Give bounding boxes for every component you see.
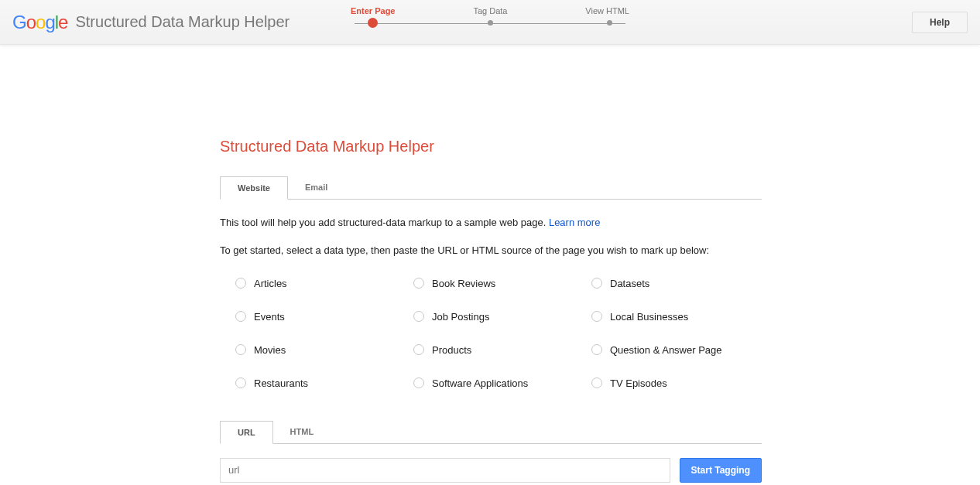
tab-website[interactable]: Website <box>220 176 288 200</box>
stepper-dot-3 <box>607 20 612 26</box>
step-view-html: View HTML <box>585 6 629 15</box>
radio-datasets[interactable]: Datasets <box>591 278 762 289</box>
radio-icon <box>413 377 424 388</box>
page-title: Structured Data Markup Helper <box>220 138 762 155</box>
radio-products[interactable]: Products <box>413 344 584 356</box>
radio-local-businesses[interactable]: Local Businesses <box>591 311 762 323</box>
radio-label: TV Episodes <box>610 377 667 389</box>
tab-html[interactable]: HTML <box>273 421 331 444</box>
radio-movies[interactable]: Movies <box>235 344 406 356</box>
google-logo: Google <box>12 12 67 33</box>
radio-icon <box>235 377 246 388</box>
radio-icon <box>235 344 246 355</box>
app-header: Google Structured Data Markup Helper Ent… <box>0 0 980 45</box>
radio-icon <box>591 311 602 322</box>
app-title: Structured Data Markup Helper <box>75 13 290 31</box>
step-enter-page: Enter Page <box>351 6 395 15</box>
radio-label: Job Postings <box>432 311 489 323</box>
instruction-text: To get started, select a data type, then… <box>220 244 762 256</box>
radio-job-postings[interactable]: Job Postings <box>413 311 584 323</box>
progress-stepper: Enter Page Tag Data View HTML <box>351 6 629 28</box>
radio-label: Articles <box>254 278 287 289</box>
radio-label: Datasets <box>610 278 649 289</box>
radio-icon <box>413 278 424 289</box>
radio-icon <box>591 344 602 355</box>
radio-qa-page[interactable]: Question & Answer Page <box>591 344 762 356</box>
radio-book-reviews[interactable]: Book Reviews <box>413 278 584 289</box>
radio-icon <box>413 311 424 322</box>
radio-tv-episodes[interactable]: TV Episodes <box>591 377 762 389</box>
radio-label: Software Applications <box>432 377 528 389</box>
radio-label: Movies <box>254 344 286 356</box>
radio-restaurants[interactable]: Restaurants <box>235 377 406 389</box>
radio-icon <box>591 377 602 388</box>
radio-software-applications[interactable]: Software Applications <box>413 377 584 389</box>
radio-icon <box>235 311 246 322</box>
source-tabs: Website Email <box>220 176 762 200</box>
tab-url[interactable]: URL <box>220 421 273 444</box>
radio-icon <box>591 278 602 289</box>
radio-label: Events <box>254 311 285 323</box>
radio-label: Book Reviews <box>432 278 495 289</box>
help-button[interactable]: Help <box>912 12 968 33</box>
description-span: This tool will help you add structured-d… <box>220 217 549 228</box>
radio-events[interactable]: Events <box>235 311 406 323</box>
stepper-dot-1 <box>368 18 378 28</box>
radio-icon <box>413 344 424 355</box>
data-types-grid: Articles Book Reviews Datasets Events Jo… <box>220 278 762 389</box>
url-input[interactable] <box>220 458 670 483</box>
input-tabs: URL HTML <box>220 420 762 444</box>
radio-label: Products <box>432 344 471 356</box>
stepper-dot-2 <box>488 20 493 26</box>
description-text: This tool will help you add structured-d… <box>220 215 762 231</box>
radio-label: Local Businesses <box>610 311 688 323</box>
input-row: Start Tagging <box>220 458 762 483</box>
step-tag-data: Tag Data <box>473 6 507 15</box>
tab-email[interactable]: Email <box>288 176 344 200</box>
radio-label: Question & Answer Page <box>610 344 722 356</box>
logo-area: Google Structured Data Markup Helper <box>12 12 290 33</box>
radio-articles[interactable]: Articles <box>235 278 406 289</box>
main-content: Structured Data Markup Helper Website Em… <box>220 138 762 483</box>
radio-icon <box>235 278 246 289</box>
radio-label: Restaurants <box>254 377 308 389</box>
learn-more-link[interactable]: Learn more <box>549 217 600 228</box>
start-tagging-button[interactable]: Start Tagging <box>680 458 762 483</box>
